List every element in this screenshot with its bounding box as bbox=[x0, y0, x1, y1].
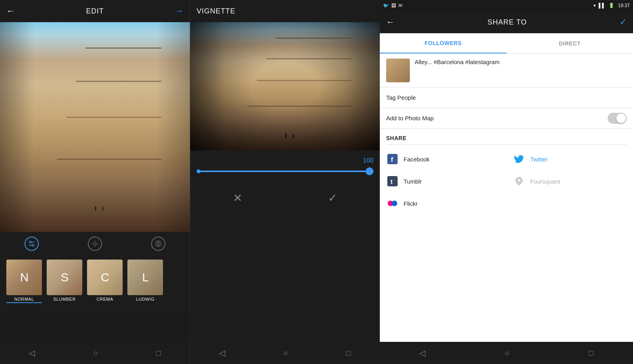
facebook-share-item[interactable]: f Facebook bbox=[380, 148, 506, 170]
caption-thumbnail bbox=[386, 59, 410, 82]
back-nav-icon[interactable]: ◁ bbox=[29, 348, 35, 358]
facebook-icon: f bbox=[386, 153, 399, 165]
filter-slumber[interactable]: S SLUMBER bbox=[47, 260, 82, 301]
forward-button[interactable]: → bbox=[175, 6, 184, 16]
twitter-label: Twitter bbox=[530, 156, 548, 163]
home-nav-icon-2[interactable]: ○ bbox=[283, 349, 288, 358]
status-icons: 🐦 🖼 ✉ bbox=[383, 3, 402, 8]
photo-map-toggle[interactable] bbox=[608, 113, 627, 124]
back-nav-icon-3[interactable]: ◁ bbox=[419, 348, 425, 358]
panel1-bottom-nav: ◁ ○ □ bbox=[0, 342, 190, 364]
tag-people-label: Tag People bbox=[386, 94, 627, 101]
vignette-spacer bbox=[190, 214, 380, 342]
svg-point-1 bbox=[30, 241, 32, 243]
filter-normal-label: NORMAL bbox=[14, 297, 34, 301]
tumblr-icon: t bbox=[386, 175, 399, 188]
svg-point-4 bbox=[94, 243, 97, 245]
signal-icon: ▌▌ bbox=[599, 3, 605, 8]
status-bar: 🐦 🖼 ✉ ▾ ▌▌ 🔋 19:37 bbox=[380, 0, 633, 11]
twitter-status-icon: 🐦 bbox=[383, 3, 389, 8]
share-tabs: FOLLOWERS DIRECT bbox=[380, 33, 633, 54]
filter-normal-thumb: N bbox=[6, 260, 42, 295]
foursquare-label: Foursquare bbox=[530, 178, 561, 185]
filter-slumber-thumb: S bbox=[47, 260, 82, 295]
photo-map-label: Add to Photo Map bbox=[386, 115, 608, 121]
tumblr-share-item[interactable]: t Tumblr bbox=[380, 170, 506, 192]
flickr-share-item[interactable]: Flickr bbox=[380, 192, 506, 214]
facebook-label: Facebook bbox=[404, 156, 430, 163]
filter-normal[interactable]: N NORMAL bbox=[6, 260, 42, 303]
filter-crema[interactable]: C CREMA bbox=[87, 260, 123, 301]
svg-text:t: t bbox=[390, 178, 393, 185]
slider-value: 100 bbox=[197, 157, 373, 164]
edit-photo bbox=[0, 22, 190, 232]
image-status-icon: 🖼 bbox=[391, 3, 396, 8]
recents-nav-icon-3[interactable]: □ bbox=[589, 349, 593, 358]
flickr-dot-blue bbox=[392, 201, 397, 206]
recents-nav-icon[interactable]: □ bbox=[156, 349, 161, 358]
filter-ludwig[interactable]: L LUDWIG bbox=[127, 260, 163, 301]
recents-nav-icon-2[interactable]: □ bbox=[346, 349, 351, 358]
vignette-panel: VIGNETTE 100 ✕ ✓ ◁ ○ □ bbox=[190, 0, 380, 364]
vignette-photo-image bbox=[190, 22, 380, 150]
share-panel: 🐦 🖼 ✉ ▾ ▌▌ 🔋 19:37 ← SHARE TO ✓ FOLLOWER… bbox=[380, 0, 633, 364]
status-right-icons: ▾ ▌▌ 🔋 19:37 bbox=[593, 3, 630, 8]
edit-panel: ← EDIT → bbox=[0, 0, 190, 364]
slider-thumb[interactable] bbox=[366, 167, 373, 175]
twitter-share-item[interactable]: Twitter bbox=[506, 148, 633, 170]
wifi-icon: ▾ bbox=[593, 3, 596, 8]
tab-followers[interactable]: FOLLOWERS bbox=[380, 33, 506, 53]
foursquare-share-item[interactable]: Foursquare bbox=[506, 170, 633, 192]
filter-ludwig-label: LUDWIG bbox=[136, 297, 155, 301]
share-confirm-button[interactable]: ✓ bbox=[620, 17, 627, 27]
tag-people-option[interactable]: Tag People bbox=[380, 87, 633, 108]
svg-text:f: f bbox=[391, 156, 393, 163]
flickr-icon bbox=[386, 197, 399, 210]
photo-map-option[interactable]: Add to Photo Map bbox=[380, 108, 633, 129]
filter-slumber-label: SLUMBER bbox=[53, 297, 76, 301]
filter-crema-label: CREMA bbox=[97, 297, 113, 301]
flickr-label: Flickr bbox=[404, 200, 418, 207]
caption-area: Alley... #Barcelona #latestagram bbox=[380, 54, 633, 87]
foursquare-icon bbox=[513, 175, 525, 188]
tune-icon[interactable] bbox=[151, 237, 165, 251]
tab-direct-label: DIRECT bbox=[559, 40, 580, 47]
edit-top-bar: ← EDIT → bbox=[0, 0, 190, 22]
share-top-bar: ← SHARE TO ✓ bbox=[380, 11, 633, 33]
caption-input[interactable]: Alley... #Barcelona #latestagram bbox=[415, 59, 627, 82]
filter-toolbar bbox=[0, 232, 190, 256]
share-section-label: SHARE bbox=[386, 135, 407, 141]
filter-list: N NORMAL S SLUMBER C CREMA L LUDWIG bbox=[0, 256, 190, 311]
confirm-action-icon[interactable]: ✓ bbox=[328, 191, 337, 205]
tab-direct[interactable]: DIRECT bbox=[506, 33, 633, 53]
battery-icon: 🔋 bbox=[608, 3, 614, 8]
vignette-top-bar: VIGNETTE bbox=[190, 0, 380, 22]
photo-image bbox=[0, 22, 190, 232]
gmail-status-icon: ✉ bbox=[398, 3, 402, 8]
svg-point-10 bbox=[157, 243, 159, 245]
vignette-photo bbox=[190, 22, 380, 150]
cancel-action-icon[interactable]: ✕ bbox=[233, 191, 242, 205]
social-share-grid: f Facebook Twitter t Tumblr bbox=[380, 145, 633, 218]
share-bottom-nav: ◁ ○ □ bbox=[380, 342, 633, 364]
filter-crema-thumb: C bbox=[87, 260, 123, 295]
home-nav-icon-3[interactable]: ○ bbox=[504, 349, 509, 358]
adjust-icon[interactable] bbox=[25, 237, 39, 251]
back-nav-icon-2[interactable]: ◁ bbox=[219, 348, 225, 358]
tab-followers-label: FOLLOWERS bbox=[425, 40, 462, 46]
share-section-header: SHARE bbox=[380, 129, 633, 144]
time-display: 19:37 bbox=[618, 3, 630, 8]
twitter-icon bbox=[513, 153, 525, 165]
share-back-button[interactable]: ← bbox=[386, 17, 395, 27]
slider-track[interactable] bbox=[197, 171, 373, 172]
panel2-bottom-nav: ◁ ○ □ bbox=[190, 342, 380, 364]
vignette-slider-area: 100 bbox=[190, 150, 380, 182]
share-title: SHARE TO bbox=[487, 18, 527, 27]
back-button[interactable]: ← bbox=[6, 6, 15, 16]
vignette-actions: ✕ ✓ bbox=[190, 182, 380, 214]
toggle-knob bbox=[616, 114, 626, 123]
home-nav-icon[interactable]: ○ bbox=[93, 349, 98, 358]
vignette-title: VIGNETTE bbox=[197, 7, 235, 15]
brightness-icon[interactable] bbox=[88, 237, 102, 251]
filter-ludwig-thumb: L bbox=[127, 260, 163, 295]
